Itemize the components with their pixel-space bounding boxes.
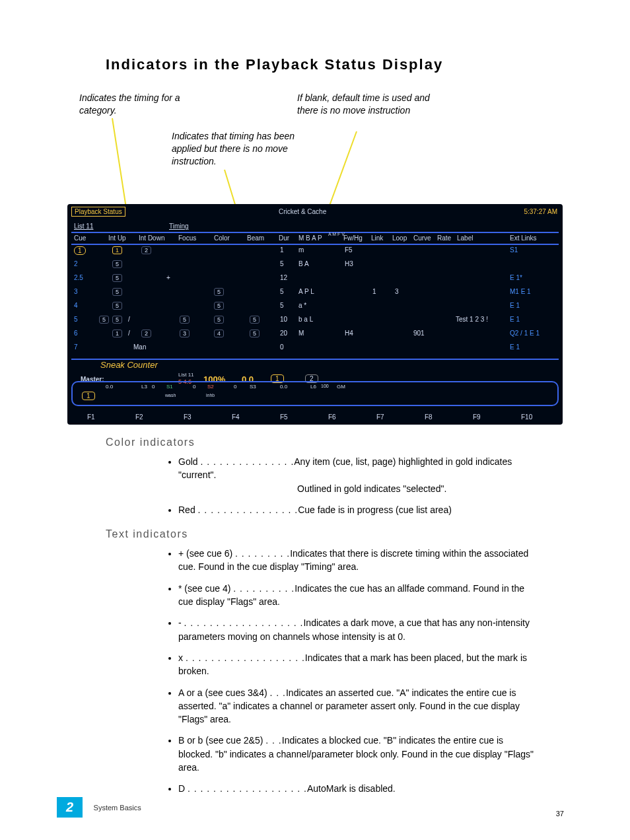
indicator-term: A or a (see cues 3&4) (178, 687, 270, 698)
leader-dots: . . . . . . . . . . . . . . . . (198, 505, 298, 515)
col-cue: Cue (74, 234, 86, 242)
cue-number: 3 (74, 288, 78, 295)
color-indicators-heading: Color indicators (106, 437, 564, 448)
col-intup: Int Up (108, 234, 126, 242)
indicator-item: + (see cue 6) . . . . . . . . .Indicates… (178, 547, 538, 574)
fader-sub0b: 0 (193, 384, 195, 390)
text-indicators-list: + (see cue 6) . . . . . . . . .Indicates… (152, 547, 538, 795)
col-beam: Beam (247, 234, 264, 242)
slash: / (128, 316, 130, 323)
cue-number: 4 (74, 302, 78, 309)
leader-dots: . . . . . . . . . . . . . . . (200, 456, 294, 467)
fkey-f3[interactable]: F3 (184, 413, 192, 421)
indicator-item: D . . . . . . . . . . . . . . . . . . .A… (178, 782, 538, 795)
fader-inhb: inhb (206, 393, 215, 398)
fader-wash: wash (165, 393, 176, 398)
fader-v1: 0.0 (106, 384, 113, 390)
fkey-f8[interactable]: F8 (425, 413, 433, 421)
fkey-f6[interactable]: F6 (328, 413, 336, 421)
dur: 5 (280, 288, 284, 295)
fkey-f4[interactable]: F4 (232, 413, 240, 421)
header-divider2 (71, 244, 559, 245)
ext-link: Q2 / 1 E 1 (510, 330, 540, 337)
fkey-f5[interactable]: F5 (280, 413, 288, 421)
col-label: Label (457, 234, 473, 242)
col-extlinks: Ext Links (510, 234, 537, 242)
dur: 20 (280, 330, 287, 337)
fkey-row: F1F2F3F4F5F6F7F8F9F10 (67, 409, 563, 421)
intup: 1 (112, 246, 122, 254)
indicator-term: Gold (178, 456, 200, 467)
color: 5 (214, 316, 224, 324)
cue-number: 6 (74, 330, 78, 337)
col-link: Link (371, 234, 383, 242)
fader-s1: S1 (166, 384, 173, 390)
flags: b a L (298, 316, 313, 323)
fader-sub0a: 0 (152, 384, 155, 390)
indicator-term: * (see cue 4) (178, 583, 233, 594)
fader-gm: GM (337, 384, 345, 390)
col-curve: Curve (413, 234, 431, 242)
dur: 0 (280, 343, 284, 351)
leader-dots: . . . (265, 735, 281, 746)
show-name: Cricket & Cache (279, 208, 326, 215)
dur: 12 (280, 274, 287, 281)
dur: 10 (280, 316, 287, 323)
fader-1[interactable]: 1 (82, 392, 95, 400)
col-flags: M B A P (298, 234, 322, 242)
intup: 5 (112, 288, 122, 296)
leader-dots: . . . . . . . . . . . . . . . . . . . (184, 617, 304, 628)
col-focus: Focus (178, 234, 196, 242)
color: 5 (214, 288, 224, 296)
leader-dots: . . . . . . . . . . (233, 583, 295, 594)
fader-bar: 1 0.0 L3 0 S1 wash 0 S2 inhb 0 S3 0.0 L6… (71, 381, 559, 406)
beam: 5 (250, 316, 260, 324)
intup: 5 (112, 260, 122, 268)
indicator-desc-line: Outlined in gold indicates "selected". (297, 482, 538, 495)
col-flags-sub: A M F V (328, 232, 345, 237)
annotation-area: Indicates the timing for a category. Ind… (79, 92, 564, 204)
dur: 5 (280, 302, 284, 309)
indicator-term: x (178, 652, 186, 663)
annotation-blank-default: If blank, default time is used and there… (297, 92, 436, 117)
fader-sub0c: 0 (234, 384, 236, 390)
indicator-item: Red . . . . . . . . . . . . . . . .Cue f… (178, 503, 538, 516)
indicator-term: - (178, 617, 184, 628)
indicator-term: B or b (see cue 2&5) (178, 735, 265, 746)
tab-playback-status[interactable]: Playback Status (71, 207, 125, 217)
fader-s3: S3 (250, 384, 256, 390)
fkey-f9[interactable]: F9 (473, 413, 481, 421)
leader-dots: . . . . . . . . . . . . . . . . . . . (186, 652, 305, 663)
fader-100: 100 (321, 384, 329, 388)
fader-l6: L6 (310, 384, 316, 390)
slash: / (128, 330, 130, 337)
dur: 5 (280, 260, 284, 267)
leader-dots: . . . . . . . . . . . . . . . . . . . (188, 783, 307, 794)
leader-dots: . . . (270, 687, 286, 698)
color: 5 (214, 302, 224, 310)
indicator-item: A or a (see cues 3&4) . . .Indicates an … (178, 686, 538, 726)
leader-dots: . . . . . . . . . (235, 548, 290, 559)
fkey-f1[interactable]: F1 (87, 413, 95, 421)
col-fwhg: Fw/Hg (343, 234, 363, 242)
cue-number: 7 (74, 343, 78, 351)
page-number: 37 (556, 810, 564, 818)
timing-label: Timing (169, 223, 189, 230)
ext-link: E 1 (510, 316, 520, 323)
text-indicators-heading: Text indicators (106, 528, 564, 540)
intup-pre: 5 (99, 316, 109, 324)
plus-indicator: + (166, 274, 170, 281)
flags: A P L (298, 288, 314, 295)
fkey-f2[interactable]: F2 (135, 413, 143, 421)
indicator-item: - . . . . . . . . . . . . . . . . . . .I… (178, 616, 538, 643)
intdown: 2 (141, 246, 151, 254)
fader-r0: 0.0 (280, 384, 287, 390)
fkey-f10[interactable]: F10 (521, 413, 532, 421)
list-label: List 11 (74, 223, 93, 230)
intup: 5 (112, 302, 122, 310)
fader-s2: S2 (207, 384, 214, 390)
flags: M (298, 330, 304, 337)
fader-l3: L3 (141, 384, 147, 390)
col-loop: Loop (392, 234, 407, 242)
fkey-f7[interactable]: F7 (376, 413, 384, 421)
